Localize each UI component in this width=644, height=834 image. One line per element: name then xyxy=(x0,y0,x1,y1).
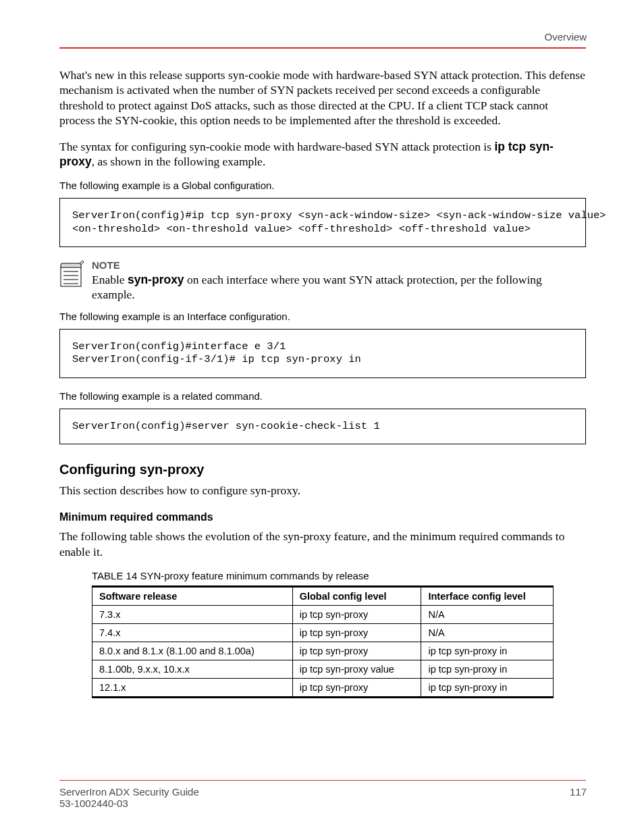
table-cell: ip tcp syn-proxy value xyxy=(292,660,421,679)
related-example-label: The following example is a related comma… xyxy=(59,390,586,402)
header-section-title: Overview xyxy=(544,31,587,43)
table-row: 12.1.x ip tcp syn-proxy ip tcp syn-proxy… xyxy=(92,679,554,698)
table-cell: ip tcp syn-proxy xyxy=(292,642,421,660)
subsection-heading: Minimum required commands xyxy=(59,511,586,523)
page-number: 117 xyxy=(570,786,587,798)
table-cell: 12.1.x xyxy=(92,679,293,698)
note-block: NOTE Enable syn-proxy on each interface … xyxy=(59,259,586,303)
note-text: Enable syn-proxy on each interface where… xyxy=(92,272,586,303)
interface-example-code: ServerIron(config)#interface e 3/1 Serve… xyxy=(59,329,586,378)
table-cell: ip tcp syn-proxy in xyxy=(421,660,554,679)
table-cell: ip tcp syn-proxy xyxy=(292,679,421,698)
global-example-code: ServerIron(config)#ip tcp syn-proxy <syn… xyxy=(59,198,586,247)
table-cell: 7.3.x xyxy=(92,606,293,624)
intro-paragraph-1: What's new in this release supports syn-… xyxy=(59,68,586,128)
page-body: What's new in this release supports syn-… xyxy=(59,68,586,698)
table-cell: ip tcp syn-proxy xyxy=(292,606,421,624)
footer-title-text: ServerIron ADX Security Guide xyxy=(59,786,199,798)
interface-example-label: The following example is an Interface co… xyxy=(59,311,586,322)
table-row: 8.1.00b, 9.x.x, 10.x.x ip tcp syn-proxy … xyxy=(92,660,554,679)
table-row: 7.4.x ip tcp syn-proxy N/A xyxy=(92,624,554,642)
footer-sub: 53-1002440-03 xyxy=(59,798,128,809)
note-icon xyxy=(59,259,85,288)
table-cell: ip tcp syn-proxy in xyxy=(421,679,554,698)
table-header-row: Software release Global config level Int… xyxy=(92,587,554,606)
footer-title: ServerIron ADX Security Guide 53-1002440… xyxy=(59,786,199,809)
subsection-intro: The following table shows the evolution … xyxy=(59,529,586,559)
table-cell: 8.0.x and 8.1.x (8.1.00 and 8.1.00a) xyxy=(92,642,293,660)
table-header-col-0: Software release xyxy=(92,587,293,606)
table-caption: TABLE 14 SYN-proxy feature minimum comma… xyxy=(92,570,554,581)
table-cell: N/A xyxy=(421,606,554,624)
section-heading: Configuring syn-proxy xyxy=(59,462,586,477)
global-example-label: The following example is a Global config… xyxy=(59,180,586,191)
related-example-code: ServerIron(config)#server syn-cookie-che… xyxy=(59,409,586,444)
table-cell: ip tcp syn-proxy in xyxy=(421,642,554,660)
table-row: 7.3.x ip tcp syn-proxy N/A xyxy=(92,606,554,624)
table-header-col-2: Interface config level xyxy=(421,587,554,606)
note-text-bold: syn-proxy xyxy=(128,273,184,286)
intro-p2-suffix: , as shown in the following example. xyxy=(92,155,266,168)
table-cell: N/A xyxy=(421,624,554,642)
intro-p2-prefix: The syntax for configuring syn-cookie mo… xyxy=(59,140,494,153)
footer-rule xyxy=(59,780,586,781)
table-cell: 7.4.x xyxy=(92,624,293,642)
note-label: NOTE xyxy=(92,259,586,271)
syn-proxy-table: Software release Global config level Int… xyxy=(92,585,554,698)
section-intro: This section describes how to configure … xyxy=(59,483,586,498)
table-header-col-1: Global config level xyxy=(292,587,421,606)
intro-paragraph-2: The syntax for configuring syn-cookie mo… xyxy=(59,139,586,170)
header-rule xyxy=(59,47,586,49)
table-cell: 8.1.00b, 9.x.x, 10.x.x xyxy=(92,660,293,679)
table-cell: ip tcp syn-proxy xyxy=(292,624,421,642)
table-row: 8.0.x and 8.1.x (8.1.00 and 8.1.00a) ip … xyxy=(92,642,554,660)
note-text-prefix: Enable xyxy=(92,273,128,286)
table-container: TABLE 14 SYN-proxy feature minimum comma… xyxy=(92,570,554,698)
